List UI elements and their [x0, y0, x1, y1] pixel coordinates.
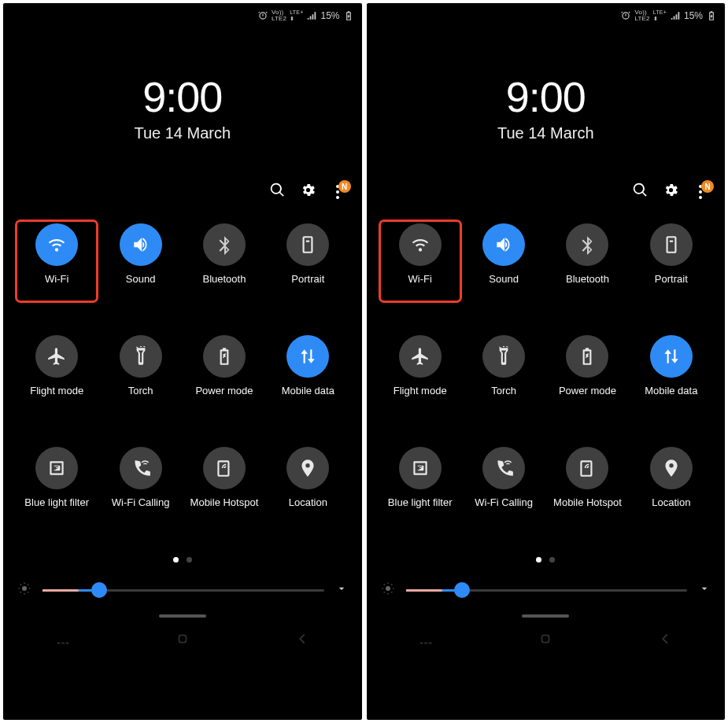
tile-label: Wi-Fi Calling [112, 497, 170, 519]
lte-label: LTE+⬍ [653, 9, 667, 22]
tile-bluetooth[interactable]: Bluetooth [185, 223, 264, 296]
portrait-icon [286, 223, 329, 266]
search-icon[interactable] [269, 182, 286, 201]
tile-wifi[interactable]: Wi-Fi [16, 220, 98, 302]
tile-power[interactable]: Power mode [548, 335, 626, 408]
panel-actions: N [3, 150, 362, 209]
location-icon [650, 447, 693, 489]
tile-wifi[interactable]: Wi-Fi [379, 220, 461, 302]
page-dot-2 [549, 557, 555, 563]
tile-label: Location [652, 497, 690, 519]
tile-portrait[interactable]: Portrait [632, 223, 711, 296]
page-indicator[interactable] [367, 557, 726, 563]
tile-torch[interactable]: Torch [464, 335, 543, 408]
tile-bluetooth[interactable]: Bluetooth [548, 223, 626, 296]
more-button[interactable]: N [693, 183, 708, 200]
tile-sound[interactable]: Sound [464, 223, 543, 296]
wifi-icon [399, 223, 442, 266]
status-bar: Vo))LTE2 LTE+⬍ 15% [367, 3, 726, 25]
location-icon [286, 447, 329, 489]
svg-rect-1 [179, 635, 186, 642]
tile-label: Wi-Fi [45, 274, 68, 296]
expand-brightness-icon[interactable] [335, 582, 348, 598]
brightness-icon [381, 581, 395, 599]
quick-settings-panel-right: Vo))LTE2 LTE+⬍ 15% 9:00 Tue 14 March N W… [367, 3, 726, 720]
battery-saver-icon [203, 335, 246, 378]
carrier-label: Vo))LTE2 [272, 9, 286, 22]
more-button[interactable]: N [331, 183, 345, 200]
sound-icon [120, 223, 162, 266]
home-icon[interactable] [174, 630, 191, 651]
tile-mobiledata[interactable]: Mobile data [632, 335, 711, 408]
svg-point-2 [386, 586, 390, 591]
brightness-slider[interactable] [367, 563, 726, 607]
brightness-slider[interactable] [3, 563, 362, 607]
torch-icon [120, 335, 162, 378]
brightness-track[interactable] [42, 589, 324, 592]
mobiledata-icon [650, 335, 693, 378]
page-indicator[interactable] [3, 557, 362, 563]
bluetooth-icon [203, 223, 246, 266]
tile-flight[interactable]: Flight mode [381, 335, 460, 408]
brightness-thumb[interactable] [454, 582, 470, 598]
tile-sound[interactable]: Sound [101, 223, 179, 296]
tile-hotspot[interactable]: Mobile Hotspot [548, 447, 626, 519]
tile-flight[interactable]: Flight mode [17, 335, 96, 408]
hotspot-icon [203, 447, 246, 489]
recents-icon[interactable] [417, 630, 434, 651]
battery-saver-icon [566, 335, 608, 378]
tile-label: Sound [126, 274, 156, 296]
expand-brightness-icon[interactable] [698, 582, 711, 598]
tile-label: Mobile data [282, 385, 334, 408]
panel-actions: N [367, 150, 726, 209]
more-badge: N [701, 180, 714, 193]
tile-torch[interactable]: Torch [101, 335, 179, 408]
tile-wificalling[interactable]: Wi-Fi Calling [101, 447, 179, 519]
alarm-icon [620, 10, 631, 21]
wificalling-icon [482, 447, 525, 489]
battery-icon [706, 10, 717, 21]
back-icon[interactable] [656, 630, 674, 651]
battery-label: 15% [320, 10, 339, 21]
tile-label: Wi-Fi Calling [475, 497, 533, 519]
wificalling-icon [120, 447, 162, 489]
carrier-label: Vo))LTE2 [634, 9, 649, 22]
wifi-icon [35, 223, 78, 266]
tile-hotspot[interactable]: Mobile Hotspot [185, 447, 264, 519]
tile-bluelight[interactable]: Blue light filter [17, 447, 96, 519]
tile-label: Power mode [195, 385, 253, 408]
settings-icon[interactable] [663, 182, 679, 201]
quick-settings-panel-left: Vo))LTE2 LTE+⬍ 15% 9:00 Tue 14 March N W… [3, 3, 362, 720]
tile-wificalling[interactable]: Wi-Fi Calling [464, 447, 543, 519]
clock-time: 9:00 [3, 72, 362, 121]
bluelight-icon [35, 447, 78, 489]
search-icon[interactable] [632, 182, 649, 201]
tile-label: Blue light filter [388, 497, 453, 519]
clock-date: Tue 14 March [367, 124, 726, 142]
settings-icon[interactable] [300, 182, 316, 201]
tile-mobiledata[interactable]: Mobile data [268, 335, 347, 408]
brightness-thumb[interactable] [91, 582, 107, 598]
tile-location[interactable]: Location [268, 447, 347, 519]
drag-handle[interactable] [522, 614, 569, 618]
tile-label: Location [289, 497, 327, 519]
tile-label: Flight mode [394, 385, 447, 408]
back-icon[interactable] [294, 630, 311, 651]
tile-bluelight[interactable]: Blue light filter [381, 447, 460, 519]
tile-portrait[interactable]: Portrait [268, 223, 347, 296]
quick-settings-grid: Wi-Fi Sound Bluetooth Portrait Flight mo… [3, 209, 362, 519]
signal-icon [670, 10, 681, 21]
brightness-autobright-zone [42, 589, 79, 592]
home-icon[interactable] [537, 630, 554, 651]
tile-power[interactable]: Power mode [185, 335, 264, 408]
recents-icon[interactable] [54, 630, 72, 651]
tile-label: Mobile Hotspot [190, 497, 259, 519]
tile-location[interactable]: Location [632, 447, 711, 519]
hotspot-icon [566, 447, 608, 489]
quick-settings-grid: Wi-Fi Sound Bluetooth Portrait Flight mo… [367, 209, 726, 519]
drag-handle[interactable] [159, 614, 206, 618]
brightness-track[interactable] [406, 589, 688, 592]
tile-label: Bluetooth [566, 274, 609, 296]
clock-time: 9:00 [367, 72, 726, 121]
page-dot-1 [536, 557, 541, 563]
